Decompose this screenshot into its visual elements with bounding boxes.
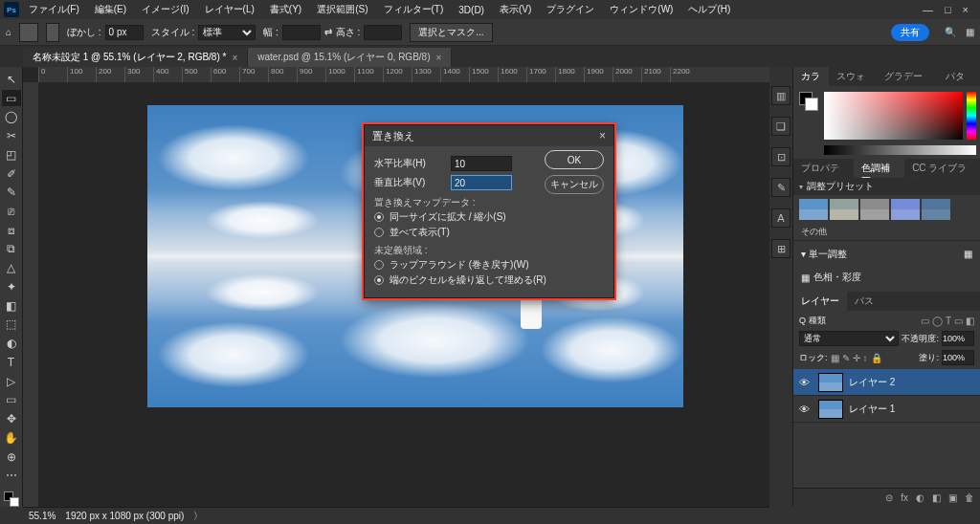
layer-filter-icons[interactable]: ▭ ◯ T ▭ ◧: [921, 316, 974, 326]
style-select[interactable]: 標準: [198, 25, 256, 40]
search-icon[interactable]: 🔍: [945, 27, 956, 37]
swap-dims-icon[interactable]: ⇄: [324, 27, 332, 37]
menu-window[interactable]: ウィンドウ(W): [604, 1, 679, 18]
tool-frame[interactable]: ✐: [2, 165, 21, 183]
share-button[interactable]: 共有: [891, 24, 929, 41]
brightness-bar[interactable]: [824, 145, 976, 155]
filter-shape-icon[interactable]: ▭: [954, 316, 963, 326]
lock-position-icon[interactable]: ✛: [853, 353, 860, 363]
tab-gradients[interactable]: グラデーション: [877, 67, 938, 86]
more-presets-link[interactable]: その他: [793, 224, 980, 240]
vscale-input[interactable]: [451, 175, 512, 190]
undef-option-wrap[interactable]: ラップアラウンド (巻き戻す)(W): [374, 257, 604, 273]
layer-style-icon[interactable]: fx: [901, 492, 908, 503]
layer-row[interactable]: 👁 レイヤー 1: [793, 396, 980, 423]
tab-cc-libraries[interactable]: CC ライブラリ: [904, 159, 980, 178]
window-maximize-icon[interactable]: □: [945, 4, 951, 15]
tool-path-select[interactable]: ✥: [2, 410, 21, 427]
preset-thumb[interactable]: [799, 199, 828, 220]
tool-hand[interactable]: ✋: [2, 429, 21, 447]
tab-color[interactable]: カラー: [793, 67, 829, 86]
cancel-button[interactable]: キャンセル: [545, 175, 604, 194]
tool-preset-dropdown[interactable]: [46, 23, 59, 42]
home-icon[interactable]: ⌂: [6, 27, 11, 37]
panel-icon-brushes[interactable]: ✎: [771, 178, 791, 197]
panel-icon-paragraph[interactable]: ⊞: [771, 239, 791, 258]
adjustment-layer-icon[interactable]: ◧: [932, 492, 941, 503]
preset-thumb[interactable]: [860, 199, 889, 220]
preset-thumb[interactable]: [891, 199, 920, 220]
menu-select[interactable]: 選択範囲(S): [311, 1, 373, 18]
zoom-level[interactable]: 55.1%: [29, 511, 56, 521]
tab-adjustments[interactable]: 色調補正: [854, 159, 904, 178]
tool-crop[interactable]: ◰: [2, 146, 21, 164]
menu-filter[interactable]: フィルター(T): [378, 1, 450, 18]
tool-quick-select[interactable]: ✂: [2, 127, 21, 144]
hue-sat-row[interactable]: ▦ 色相・彩度: [793, 267, 980, 292]
lock-transparent-icon[interactable]: ▦: [831, 353, 839, 363]
layer-mask-icon[interactable]: ◐: [916, 492, 924, 503]
lock-all-icon[interactable]: 🔒: [871, 353, 882, 363]
adjust-presets-header[interactable]: ▾ 調整プリセット: [793, 178, 980, 195]
tool-gradient[interactable]: ◧: [2, 297, 21, 315]
layer-thumbnail[interactable]: [818, 400, 843, 419]
layer-visibility-icon[interactable]: 👁: [799, 404, 813, 415]
menu-edit[interactable]: 編集(E): [89, 1, 132, 18]
tool-history-brush[interactable]: △: [2, 259, 21, 276]
tool-type[interactable]: T: [2, 354, 21, 371]
menu-3d[interactable]: 3D(D): [453, 3, 490, 17]
tool-shape[interactable]: ▭: [2, 391, 21, 408]
blur-input[interactable]: [105, 25, 144, 40]
filter-smart-icon[interactable]: ◧: [966, 316, 974, 326]
tool-lasso[interactable]: ◯: [2, 108, 21, 125]
filter-adjust-icon[interactable]: ◯: [932, 316, 943, 326]
tool-eyedropper[interactable]: ✎: [2, 184, 21, 201]
menu-type[interactable]: 書式(Y): [264, 1, 307, 18]
fill-input[interactable]: [942, 350, 974, 365]
panel-icon-actions[interactable]: ⊡: [771, 147, 791, 166]
document-tab-1-close-icon[interactable]: ×: [232, 53, 237, 63]
lock-artboard-icon[interactable]: ↕: [863, 353, 868, 363]
blend-mode-select[interactable]: 通常: [799, 331, 899, 346]
document-tab-1[interactable]: 名称未設定 1 @ 55.1% (レイヤー 2, RGB/8) * ×: [23, 48, 248, 67]
map-option-tile[interactable]: 並べて表示(T): [374, 225, 604, 240]
tool-marquee[interactable]: ▭: [2, 90, 21, 107]
info-dropdown-icon[interactable]: 〉: [193, 510, 203, 523]
layer-name[interactable]: レイヤー 2: [849, 376, 895, 389]
color-spectrum[interactable]: [824, 92, 963, 140]
grid-view-icon[interactable]: ▦: [964, 249, 972, 259]
menu-image[interactable]: イメージ(I): [136, 1, 194, 18]
link-layers-icon[interactable]: ⊝: [885, 492, 893, 503]
delete-layer-icon[interactable]: 🗑: [965, 492, 974, 503]
map-option-stretch[interactable]: 同一サイズに拡大 / 縮小(S): [374, 209, 604, 225]
tool-dodge[interactable]: ◐: [2, 335, 21, 352]
preset-thumb[interactable]: [922, 199, 950, 220]
window-minimize-icon[interactable]: —: [923, 4, 933, 15]
tool-move[interactable]: ↖: [2, 71, 21, 88]
color-mini-swatches[interactable]: [799, 92, 818, 111]
tool-clone-stamp[interactable]: ⧉: [2, 241, 21, 258]
filter-type-icon[interactable]: T: [946, 316, 951, 326]
layer-thumbnail[interactable]: [818, 373, 843, 392]
document-tab-2[interactable]: water.psd @ 15.1% (レイヤー 0, RGB/8) ×: [248, 48, 452, 67]
select-and-mask-button[interactable]: 選択とマスク...: [410, 23, 492, 42]
document-info[interactable]: 1920 px x 1080 px (300 ppi): [65, 511, 184, 521]
tab-swatches[interactable]: スウォッチ: [829, 67, 877, 86]
layer-name[interactable]: レイヤー 1: [849, 403, 895, 416]
tool-eraser[interactable]: ✦: [2, 278, 21, 295]
height-input[interactable]: [364, 25, 402, 40]
menu-layer[interactable]: レイヤー(L): [199, 1, 260, 18]
menu-file[interactable]: ファイル(F): [23, 1, 85, 18]
mini-background-swatch[interactable]: [805, 98, 818, 111]
opacity-input[interactable]: [942, 331, 974, 346]
new-layer-icon[interactable]: ▣: [948, 492, 957, 503]
tab-patterns[interactable]: パターン: [938, 67, 980, 86]
preset-thumb[interactable]: [830, 199, 858, 220]
tab-properties[interactable]: プロパティ: [793, 159, 854, 178]
menu-view[interactable]: 表示(V): [494, 1, 537, 18]
document-tab-2-close-icon[interactable]: ×: [435, 53, 441, 63]
panel-icon-history[interactable]: ▥: [771, 86, 791, 105]
single-adjust-header[interactable]: ▾ 単一調整 ▦: [793, 240, 980, 267]
tab-layers[interactable]: レイヤー: [793, 292, 847, 311]
tab-paths[interactable]: パス: [847, 292, 881, 311]
